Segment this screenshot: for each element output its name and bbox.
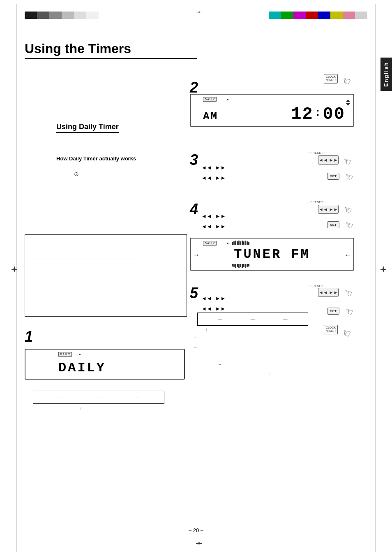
- step5-bracket-display: — — —: [197, 313, 308, 326]
- page-number: – 20 –: [189, 527, 203, 533]
- step4-transport-group: ◄◄ ►► ◄◄ ►►: [201, 213, 226, 229]
- step4-set-button[interactable]: SET: [327, 221, 339, 228]
- step4-preset-button[interactable]: ◄◄ ►►: [318, 205, 339, 214]
- circle-icon: ⊙: [74, 171, 79, 177]
- step1-lcd-display: DAILY DAILY: [25, 349, 185, 380]
- language-tab: English: [380, 58, 392, 91]
- step1-bracket-arrows: ↑ ↑: [41, 406, 82, 410]
- page-title: Using the Timers: [25, 41, 197, 59]
- step3-preset-button[interactable]: ◄◄ ►►: [318, 155, 339, 164]
- step4-tuner-lcd: DAILY TUNER FM → ←: [190, 238, 354, 271]
- step5-preset-button[interactable]: ◄◄ ►►: [318, 288, 339, 297]
- step4-hand-cursor: ☞: [344, 205, 352, 215]
- step-1-number: 1: [25, 328, 33, 345]
- step3-transport-group: ◄◄ ►► ◄◄ ►►: [201, 164, 226, 181]
- step5-arrow-2: →: [193, 345, 197, 349]
- color-bar-right: [269, 12, 367, 19]
- left-border-line: [16, 4, 17, 552]
- step5-arrow-4: →: [267, 371, 271, 376]
- step2-hand-cursor: ☞: [341, 75, 351, 88]
- step5-set-button[interactable]: SET: [327, 308, 339, 315]
- step4-preset-label: ←PRESET→: [307, 201, 326, 204]
- step3-preset-label: ←PRESET→: [307, 151, 326, 154]
- step2-clock-timer-label: CLOCK/TIMER: [324, 74, 338, 83]
- step5-arrow-3: →: [218, 362, 222, 366]
- step3-set-hand: ☞: [345, 172, 353, 183]
- step3-hand-cursor: ☞: [343, 156, 351, 167]
- step1-bracket-display: — — —: [33, 391, 164, 404]
- step5-hand-cursor: ☞: [344, 288, 352, 299]
- step-4-number: 4: [190, 201, 198, 218]
- step5-arrow-1: →: [193, 335, 197, 340]
- step1-clock-timer-label: CLOCK/TIMER: [324, 325, 338, 334]
- step5-preset-label: ←PRESET→: [307, 285, 326, 287]
- step-5-number: 5: [190, 285, 198, 302]
- note-box: [25, 234, 187, 317]
- right-border-line: [375, 4, 376, 552]
- step1-hand-cursor: ☞: [341, 327, 351, 340]
- step5-set-hand: ☞: [345, 306, 353, 317]
- step5-transport-group: ◄◄ ►► ◄◄ ►►: [201, 295, 226, 312]
- section-title-daily-timer: Using Daily Timer: [56, 123, 119, 133]
- step4-set-hand: ☞: [345, 220, 353, 231]
- step3-set-button[interactable]: SET: [327, 173, 339, 180]
- step2-lcd-display: DAILY AM 12:00: [190, 94, 354, 127]
- step-3-number: 3: [190, 151, 198, 169]
- subsection-title: How Daily Timer actually works: [56, 155, 136, 162]
- color-bar-left: [25, 12, 99, 19]
- step5-bracket-arrows: ↑ ↑: [205, 327, 242, 331]
